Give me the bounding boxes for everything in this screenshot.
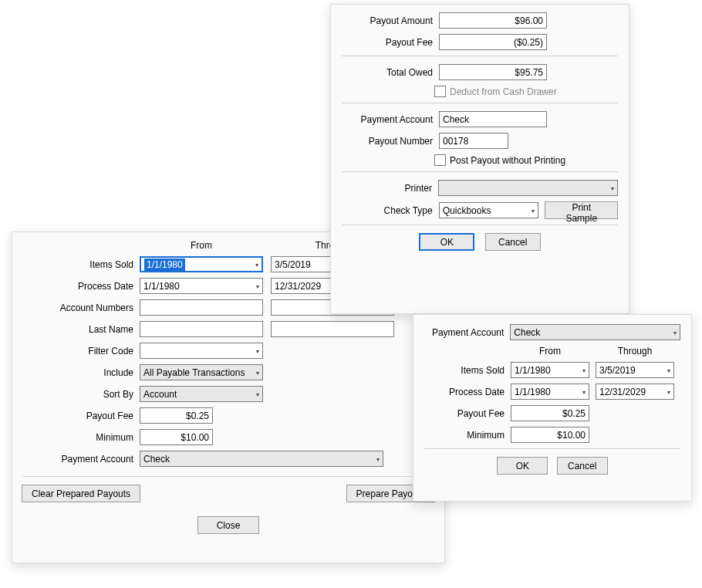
check-type-input[interactable]: Quickbooks ▾ xyxy=(439,202,539,218)
divider xyxy=(342,56,618,56)
payout-filter-dialog: Payment Account Check ▾ From Through Ite… xyxy=(413,314,692,502)
through-header: Through xyxy=(596,346,674,357)
minimum-c-label: Minimum xyxy=(424,430,511,441)
cancel-button[interactable]: Cancel xyxy=(485,233,541,251)
total-owed-input[interactable] xyxy=(439,64,547,80)
sort-by-row: Sort By Account ▾ xyxy=(22,386,435,402)
payout-amount-input[interactable] xyxy=(439,12,547,29)
divider xyxy=(342,103,618,103)
chevron-down-icon: ▾ xyxy=(532,207,535,214)
items-sold-label: Items Sold xyxy=(22,259,140,270)
include-row: Include All Payable Transactions ▾ xyxy=(22,364,435,380)
payout-fee-row: Payout Fee xyxy=(22,407,435,424)
minimum-c-input[interactable] xyxy=(511,427,589,443)
last-name-row: Last Name xyxy=(22,321,435,337)
printer-label: Printer xyxy=(342,183,438,194)
chevron-down-icon: ▾ xyxy=(667,388,670,395)
process-date-c-label: Process Date xyxy=(424,387,511,397)
chevron-down-icon: ▾ xyxy=(256,369,259,376)
payout-fee-c-input[interactable] xyxy=(511,405,589,421)
payment-account-c-label: Payment Account xyxy=(424,327,510,338)
divider xyxy=(424,448,680,449)
total-owed-label: Total Owed xyxy=(342,67,439,78)
payment-account-b-input[interactable] xyxy=(439,111,547,127)
print-sample-button[interactable]: Print Sample xyxy=(545,201,618,219)
items-sold-from-c-input[interactable]: 1/1/1980 ▾ xyxy=(511,362,589,378)
chevron-down-icon: ▾ xyxy=(582,388,586,395)
cancel-button[interactable]: Cancel xyxy=(557,457,608,475)
chevron-down-icon: ▾ xyxy=(667,367,670,373)
payout-fee-b-input[interactable] xyxy=(439,34,547,50)
include-label: Include xyxy=(22,367,140,378)
payout-detail-dialog: Payout Amount Payout Fee Total Owed Dedu… xyxy=(330,4,629,314)
filter-code-input[interactable]: ▾ xyxy=(140,343,263,359)
minimum-row: Minimum xyxy=(22,429,435,445)
post-without-printing-checkbox[interactable] xyxy=(434,154,446,166)
deduct-cash-drawer-label: Deduct from Cash Drawer xyxy=(450,86,557,97)
include-input[interactable]: All Payable Transactions ▾ xyxy=(140,364,263,380)
account-numbers-label: Account Numbers xyxy=(22,302,140,313)
chevron-down-icon: ▾ xyxy=(582,367,586,373)
deduct-cash-drawer-checkbox[interactable] xyxy=(434,86,446,97)
payment-account-row: Payment Account Check ▾ xyxy=(22,451,435,467)
payout-fee-label: Payout Fee xyxy=(22,411,140,421)
from-header: From xyxy=(140,240,263,251)
payment-account-c-input[interactable]: Check ▾ xyxy=(510,324,680,340)
last-name-label: Last Name xyxy=(22,324,140,335)
sort-by-label: Sort By xyxy=(22,389,140,400)
chevron-down-icon: ▾ xyxy=(256,390,259,397)
payout-fee-c-label: Payout Fee xyxy=(424,408,511,419)
sort-by-input[interactable]: Account ▾ xyxy=(140,386,263,402)
filter-code-row: Filter Code ▾ xyxy=(22,343,435,359)
chevron-down-icon: ▾ xyxy=(673,329,677,336)
items-sold-through-c-input[interactable]: 3/5/2019 ▾ xyxy=(596,362,674,378)
footer-bar: Clear Prepared Payouts Prepare Payouts xyxy=(22,476,435,502)
process-date-through-c-input[interactable]: 12/31/2029 ▾ xyxy=(596,384,674,400)
printer-input[interactable]: ▾ xyxy=(438,180,618,196)
post-without-printing-label: Post Payout without Printing xyxy=(450,155,565,166)
last-name-from-input[interactable] xyxy=(140,321,263,337)
chevron-down-icon: ▾ xyxy=(376,455,380,462)
clear-prepared-payouts-button[interactable]: Clear Prepared Payouts xyxy=(22,485,140,502)
divider xyxy=(342,225,618,225)
payout-number-label: Payout Number xyxy=(342,136,439,147)
column-headers-row: From Through xyxy=(424,346,680,357)
payout-amount-label: Payout Amount xyxy=(342,15,439,26)
items-sold-from-input[interactable]: 1/1/1980 ▾ xyxy=(140,256,263,272)
minimum-label: Minimum xyxy=(22,432,140,443)
ok-button[interactable]: OK xyxy=(419,233,474,251)
payout-fee-b-label: Payout Fee xyxy=(342,37,439,48)
divider xyxy=(342,171,618,172)
account-numbers-from-input[interactable] xyxy=(140,299,263,316)
chevron-down-icon: ▾ xyxy=(611,184,614,191)
payout-number-input[interactable] xyxy=(439,133,508,149)
items-sold-c-label: Items Sold xyxy=(424,365,511,376)
payment-account-input[interactable]: Check ▾ xyxy=(140,451,383,467)
chevron-down-icon: ▾ xyxy=(256,347,259,354)
payout-fee-input[interactable] xyxy=(140,407,213,424)
chevron-down-icon: ▾ xyxy=(255,261,258,268)
from-header: From xyxy=(511,346,589,357)
check-type-label: Check Type xyxy=(342,205,439,216)
minimum-input[interactable] xyxy=(140,429,213,445)
ok-button[interactable]: OK xyxy=(497,457,548,475)
process-date-from-input[interactable]: 1/1/1980 ▾ xyxy=(140,278,263,294)
process-date-from-c-input[interactable]: 1/1/1980 ▾ xyxy=(511,384,589,400)
chevron-down-icon: ▾ xyxy=(256,282,259,289)
filter-code-label: Filter Code xyxy=(22,346,140,357)
payment-account-label: Payment Account xyxy=(22,454,140,465)
payment-account-b-label: Payment Account xyxy=(342,114,439,125)
process-date-label: Process Date xyxy=(22,281,140,292)
close-button[interactable]: Close xyxy=(197,516,259,534)
last-name-through-input[interactable] xyxy=(271,321,394,337)
